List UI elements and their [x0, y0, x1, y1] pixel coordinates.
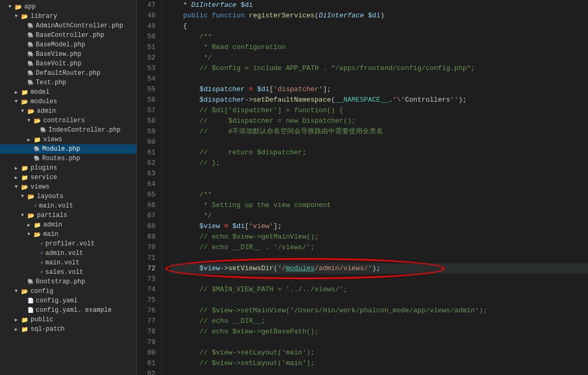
folder-icon: 📂	[34, 117, 41, 124]
code-line-65: /**	[171, 190, 588, 200]
tree-item-label: plugins	[31, 164, 57, 172]
tree-item-label: AdminAuthController.php	[36, 22, 123, 29]
tree-item-BaseVolt[interactable]: 🐘BaseVolt.php	[0, 59, 136, 68]
tree-item-sql-patch[interactable]: 📁sql-patch	[0, 324, 136, 334]
tree-item-plugins[interactable]: 📁plugins	[0, 163, 136, 173]
line-number: 69	[141, 232, 155, 242]
line-number: 76	[141, 305, 155, 316]
tree-item-partials[interactable]: 📂partials	[0, 211, 136, 220]
tree-item-label: library	[31, 13, 57, 20]
tree-item-label: config.yaml. example	[36, 307, 112, 314]
folder-icon: 📁	[21, 317, 28, 323]
tree-item-BaseModel[interactable]: 🐘BaseModel.php	[0, 40, 136, 50]
tree-item-views[interactable]: 📂views	[0, 182, 136, 192]
tree-item-profiler-volt[interactable]: ⚡profiler.volt	[0, 239, 136, 249]
tree-item-label: model	[31, 88, 50, 96]
code-line-76: // $view->setMainView('/Users/Hin/work/p…	[171, 305, 588, 316]
line-number: 80	[141, 348, 155, 358]
tree-item-config-yaml-example[interactable]: 📄config.yaml. example	[0, 305, 136, 315]
code-line-53: // $config = include APP_PATH . "/apps/f…	[171, 63, 588, 74]
tree-item-label: Bootstrap.php	[36, 278, 85, 285]
line-number: 66	[141, 200, 155, 211]
line-number: 75	[141, 295, 155, 305]
tree-item-DefaultRouter[interactable]: 🐘DefaultRouter.php	[0, 68, 136, 78]
code-line-59: // #不添加默认命名空间会导致路由中需要使用全类名	[171, 126, 588, 137]
code-content: * DiInterface $di public function regist…	[162, 0, 588, 375]
tree-arrow	[15, 289, 21, 294]
line-number: 73	[141, 274, 155, 284]
file-volt-icon: ⚡	[40, 269, 43, 275]
code-line-80: // $view->setLayout('main');	[171, 348, 588, 358]
tree-item-label: admin.volt	[45, 250, 83, 257]
tree-item-label: controllers	[43, 117, 85, 124]
folder-icon: 📁	[34, 136, 41, 143]
code-line-82	[171, 369, 588, 375]
code-line-60	[171, 137, 588, 147]
tree-item-model[interactable]: 📁model	[0, 87, 136, 97]
code-line-47: * DiInterface $di	[171, 0, 588, 11]
line-number: 52	[141, 53, 155, 63]
line-numbers: 4748495051525354555657585960616263646566…	[137, 0, 162, 375]
file-php-icon: 🐘	[27, 279, 34, 285]
tree-item-AdminAuthController[interactable]: 🐘AdminAuthController.php	[0, 21, 136, 31]
tree-arrow	[15, 175, 21, 181]
tree-item-label: Test.php	[36, 79, 66, 86]
tree-arrow	[15, 165, 21, 171]
code-line-57: // $di['dispatcher'] = function() {	[171, 105, 588, 116]
code-line-70: // echo __DIR__ . '/views/';	[171, 242, 588, 253]
line-number: 71	[141, 253, 155, 263]
tree-item-admin[interactable]: 📂admin	[0, 106, 136, 116]
folder-icon: 📁	[34, 222, 41, 229]
tree-item-views-admin[interactable]: 📁views	[0, 135, 136, 144]
code-container: 4748495051525354555657585960616263646566…	[137, 0, 588, 375]
code-line-55: $dispatcher ≡ $di['dispatcher'];	[171, 84, 588, 95]
file-php-icon: 🐘	[27, 23, 34, 29]
tree-item-modules[interactable]: 📂modules	[0, 97, 136, 106]
tree-item-Test[interactable]: 🐘Test.php	[0, 78, 136, 87]
tree-item-layouts[interactable]: 📂layouts	[0, 192, 136, 201]
folder-icon: 📁	[21, 89, 28, 96]
tree-arrow	[15, 184, 21, 190]
tree-item-main-volt[interactable]: ⚡main.volt	[0, 201, 136, 211]
tree-item-label: sql-patch	[31, 325, 65, 333]
code-line-49: {	[171, 21, 588, 32]
tree-item-IndexController[interactable]: 🐘IndexController.php	[0, 125, 136, 135]
line72-wrapper: $view->setViewsDir('/modules/admin/views…	[171, 263, 588, 274]
tree-item-admin-volt[interactable]: ⚡admin.volt	[0, 249, 136, 258]
tree-item-public[interactable]: 📁public	[0, 315, 136, 324]
code-line-79	[171, 337, 588, 348]
file-tree: 📂app📂library🐘AdminAuthController.php🐘Bas…	[0, 0, 137, 375]
file-php-icon: 🐘	[27, 32, 34, 38]
tree-item-controllers[interactable]: 📂controllers	[0, 116, 136, 125]
tree-item-config-yaml[interactable]: 📄config.yaml	[0, 296, 136, 305]
tree-item-Module[interactable]: 🐘Module.php	[0, 144, 136, 154]
tree-item-label: DefaultRouter.php	[36, 70, 100, 77]
tree-item-main-partial[interactable]: 📂main	[0, 230, 136, 239]
tree-item-library[interactable]: 📂library	[0, 12, 136, 21]
tree-item-Routes[interactable]: 🐘Routes.php	[0, 154, 136, 163]
line-number: 79	[141, 337, 155, 348]
file-yaml-icon: 📄	[27, 298, 34, 304]
folder-icon: 📁	[21, 174, 28, 181]
tree-item-main-volt2[interactable]: ⚡main.volt	[0, 258, 136, 268]
line-number: 82	[141, 369, 155, 375]
tree-item-label: partials	[37, 212, 67, 219]
tree-item-sales-volt[interactable]: ⚡sales.volt	[0, 268, 136, 277]
tree-item-label: BaseView.php	[36, 51, 81, 58]
line-number: 60	[141, 137, 155, 147]
file-php-icon: 🐘	[34, 146, 40, 152]
file-volt-icon: ⚡	[40, 250, 43, 256]
tree-item-label: sales.volt	[45, 269, 83, 276]
tree-item-config[interactable]: 📂config	[0, 287, 136, 296]
line-number: 77	[141, 316, 155, 327]
tree-item-BaseController[interactable]: 🐘BaseController.php	[0, 31, 136, 40]
line-number: 72	[141, 263, 155, 274]
tree-item-Bootstrap[interactable]: 🐘Bootstrap.php	[0, 277, 136, 287]
tree-arrow	[15, 14, 21, 19]
tree-item-app[interactable]: 📂app	[0, 2, 136, 12]
code-line-67: */	[171, 211, 588, 221]
tree-item-service[interactable]: 📁service	[0, 173, 136, 182]
line-number: 70	[141, 242, 155, 253]
tree-item-admin-partial[interactable]: 📁admin	[0, 220, 136, 230]
tree-item-BaseView[interactable]: 🐘BaseView.php	[0, 50, 136, 59]
